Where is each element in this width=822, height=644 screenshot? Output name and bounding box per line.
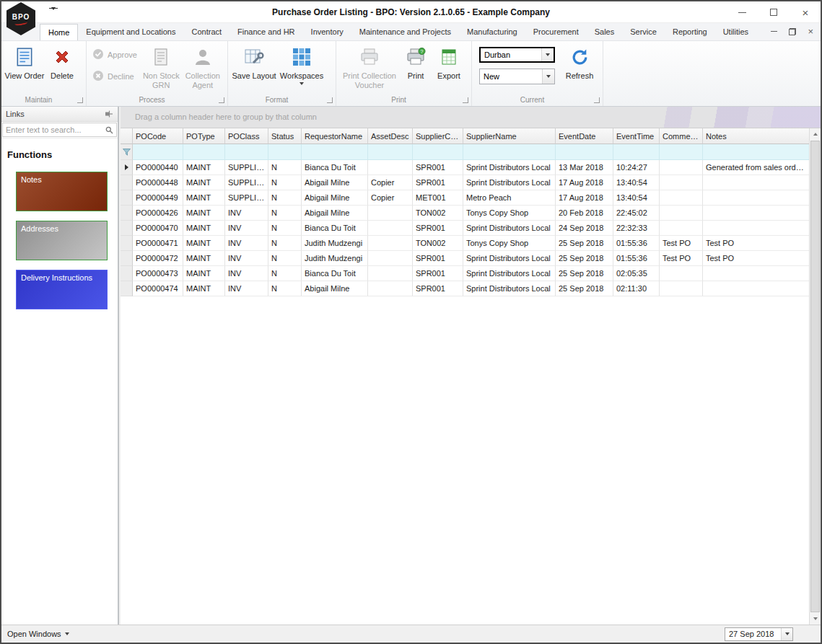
tab-sales[interactable]: Sales — [587, 24, 623, 40]
column-header-status[interactable]: Status — [268, 128, 302, 144]
table-row[interactable]: PO0000471MAINTINVNJudith MudzengiTON002T… — [121, 236, 809, 251]
tile-delivery-instructions[interactable]: Delivery Instructions — [16, 270, 108, 309]
tile-notes[interactable]: Notes — [16, 172, 108, 211]
column-header-comments[interactable]: Comments — [660, 128, 703, 144]
tab-utilities[interactable]: Utilities — [715, 24, 756, 40]
column-header-notes[interactable]: Notes — [703, 128, 809, 144]
tab-finance-and-hr[interactable]: Finance and HR — [229, 24, 303, 40]
ribbon: View Order Delete Maintain Approve Decli… — [1, 41, 821, 107]
ribbon-minimize-icon[interactable] — [771, 31, 777, 32]
status-date-dropdown-icon[interactable] — [781, 628, 792, 640]
column-header-eventtime[interactable]: EventTime — [613, 128, 660, 144]
filter-cell-status[interactable] — [268, 144, 302, 160]
cell-suppliercode: SPR001 — [413, 281, 463, 296]
group-by-panel[interactable]: Drag a column header here to group by th… — [121, 107, 821, 128]
open-windows-button[interactable]: Open Windows — [7, 630, 69, 638]
refresh-icon — [567, 45, 592, 69]
purchase-order-grid-area: Drag a column header here to group by th… — [121, 107, 821, 625]
status-date-editor[interactable]: 27 Sep 2018 — [725, 627, 793, 641]
print-button[interactable]: ? Print — [400, 43, 432, 81]
scroll-up-icon[interactable] — [810, 128, 821, 140]
column-header-requestorname[interactable]: RequestorName — [302, 128, 368, 144]
minimize-icon[interactable] — [737, 12, 747, 13]
cell-comments — [660, 175, 703, 190]
search-input[interactable] — [2, 123, 117, 137]
save-layout-button[interactable]: Save Layout — [231, 43, 277, 81]
refresh-button[interactable]: Refresh — [561, 43, 598, 81]
table-row[interactable]: PO0000448MAINTSUPPLIERNAbigail MilneCopi… — [121, 175, 809, 190]
format-dialog-launcher-icon[interactable] — [327, 97, 333, 103]
site-combobox[interactable]: Durban — [479, 47, 555, 63]
table-row[interactable]: PO0000470MAINTINVNBianca Du ToitSPR001Sp… — [121, 221, 809, 236]
column-header-assetdesc[interactable]: AssetDesc — [368, 128, 413, 144]
ribbon-restore-icon[interactable] — [789, 28, 796, 35]
status-combobox[interactable]: New — [479, 69, 555, 84]
titlebar: BPO Purchase Order Listing - BPO: Versio… — [1, 1, 821, 23]
table-row[interactable]: PO0000472MAINTINVNJudith MudzengiSPR001S… — [121, 251, 809, 266]
column-header-eventdate[interactable]: EventDate — [556, 128, 613, 144]
table-row[interactable]: PO0000474MAINTINVNAbigail MilneSPR001Spr… — [121, 281, 809, 296]
scroll-down-icon[interactable] — [810, 613, 821, 625]
bpo-logo-swoosh-icon — [14, 19, 28, 25]
cell-suppliercode: TON002 — [413, 206, 463, 221]
tab-maintenance-and-projects[interactable]: Maintenance and Projects — [351, 24, 459, 40]
maximize-icon[interactable] — [769, 9, 779, 16]
column-header-poclass[interactable]: POClass — [225, 128, 268, 144]
tab-reporting[interactable]: Reporting — [665, 24, 715, 40]
cell-assetdesc — [368, 266, 413, 281]
table-row[interactable]: PO0000440MAINTSUPPLIERNBianca Du ToitSPR… — [121, 160, 809, 175]
tab-contract[interactable]: Contract — [184, 24, 230, 40]
column-header-pocode[interactable]: POCode — [133, 128, 183, 144]
filter-cell-suppliercode[interactable] — [413, 144, 463, 160]
tab-inventory[interactable]: Inventory — [303, 24, 351, 40]
status-combobox-dropdown-icon[interactable] — [542, 69, 554, 84]
column-header-suppliername[interactable]: SupplierName — [463, 128, 556, 144]
grid-body: PO0000440MAINTSUPPLIERNBianca Du ToitSPR… — [121, 160, 809, 296]
filter-cell-notes[interactable] — [703, 144, 809, 160]
column-header-suppliercode[interactable]: SupplierCode — [413, 128, 463, 144]
pin-icon[interactable] — [105, 110, 113, 118]
print-label: Print — [408, 71, 424, 81]
filter-cell-pocode[interactable] — [133, 144, 183, 160]
table-row[interactable]: PO0000473MAINTINVNBianca Du ToitSPR001Sp… — [121, 266, 809, 281]
vertical-scrollbar[interactable] — [809, 128, 821, 625]
cell-requestorname: Abigail Milne — [302, 190, 368, 206]
tab-service[interactable]: Service — [622, 24, 665, 40]
filter-cell-comments[interactable] — [660, 144, 703, 160]
close-icon[interactable]: × — [800, 7, 810, 18]
ribbon-close-icon[interactable]: × — [808, 26, 813, 37]
filter-cell-requestorname[interactable] — [302, 144, 368, 160]
cell-comments — [660, 206, 703, 221]
cell-status: N — [268, 190, 302, 206]
filter-cell-suppliername[interactable] — [463, 144, 556, 160]
filter-cell-poclass[interactable] — [225, 144, 268, 160]
quick-access-dropdown-icon[interactable] — [49, 8, 58, 23]
filter-cell-assetdesc[interactable] — [368, 144, 413, 160]
tab-manufacturing[interactable]: Manufacturing — [459, 24, 525, 40]
scrollbar-thumb[interactable] — [810, 141, 820, 612]
tile-addresses[interactable]: Addresses — [16, 221, 108, 260]
column-header-potype[interactable]: POType — [183, 128, 225, 144]
tab-equipment-and-locations[interactable]: Equipment and Locations — [78, 24, 183, 40]
filter-cell-potype[interactable] — [183, 144, 225, 160]
table-row[interactable]: PO0000449MAINTSUPPLIERNAbigail MilneCopi… — [121, 190, 809, 206]
view-order-button[interactable]: View Order — [4, 43, 45, 81]
decline-label: Decline — [108, 72, 134, 81]
cell-notes — [703, 281, 809, 296]
print-dialog-launcher-icon[interactable] — [463, 97, 468, 103]
site-combobox-dropdown-icon[interactable] — [541, 48, 554, 61]
current-dialog-launcher-icon[interactable] — [594, 97, 600, 103]
maintain-dialog-launcher-icon[interactable] — [77, 97, 83, 103]
cell-assetdesc — [368, 236, 413, 251]
export-button[interactable]: Export — [432, 43, 466, 81]
search-icon[interactable] — [105, 126, 113, 134]
cell-status: N — [268, 160, 302, 175]
tab-home[interactable]: Home — [40, 24, 78, 40]
tab-procurement[interactable]: Procurement — [525, 24, 587, 40]
workspaces-button[interactable]: Workspaces — [277, 43, 326, 85]
process-dialog-launcher-icon[interactable] — [219, 97, 224, 103]
delete-button[interactable]: Delete — [45, 43, 79, 81]
filter-cell-eventtime[interactable] — [613, 144, 660, 160]
filter-cell-eventdate[interactable] — [556, 144, 613, 160]
table-row[interactable]: PO0000426MAINTINVNAbigail MilneTON002Ton… — [121, 206, 809, 221]
